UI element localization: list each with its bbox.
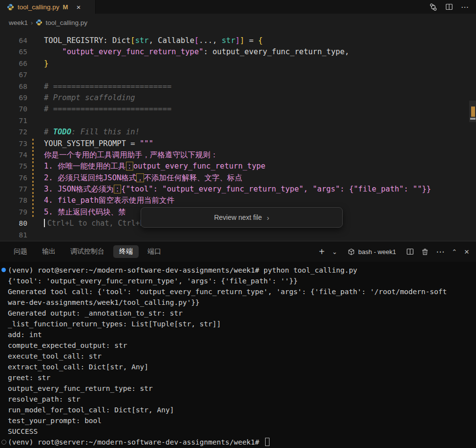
tab-ports[interactable]: 端口	[147, 247, 161, 256]
split-terminal-icon[interactable]	[406, 248, 414, 256]
code-text: "output_every_func_return_type": output_…	[44, 46, 476, 58]
code-token: 1. 你唯一能使用的工具	[44, 162, 126, 171]
tab-terminal[interactable]: 终端	[113, 245, 139, 258]
code-token: ：	[126, 162, 134, 171]
maximize-panel-icon[interactable]: ⌃	[452, 249, 457, 255]
code-line[interactable]: 71	[0, 115, 476, 127]
editor-actions: ⋯	[429, 0, 476, 14]
terminal-line[interactable]: _list_function_return_types: List[Tuple[…	[0, 319, 476, 329]
gutter	[27, 69, 44, 81]
terminal-text: test_your_prompt: bool	[8, 417, 102, 425]
git-modified-badge: M	[63, 3, 68, 11]
terminal-line[interactable]: execute_tool_call: str	[0, 351, 476, 362]
gutter-modified-marker	[27, 207, 44, 218]
code-line[interactable]: 66}	[0, 58, 476, 69]
tab-title: tool_calling.py	[18, 3, 60, 11]
code-line[interactable]: 762. 必须只返回纯JSON格式，不添加任何解释、文字、标点	[0, 172, 476, 184]
code-token: #	[44, 128, 53, 136]
terminal-profile-chevron-icon[interactable]: ⌄	[332, 249, 337, 255]
code-token: # ==========================	[44, 105, 171, 113]
terminal-actions: + ⌄ bash - week1	[319, 247, 469, 256]
code-text: 1. 你唯一能使用的工具：output_every_func_return_ty…	[44, 161, 476, 172]
close-tab-icon[interactable]: ×	[76, 3, 81, 11]
terminal-line[interactable]: (venv) root@server:~/modern-software-dev…	[0, 437, 476, 448]
terminal-output[interactable]: (venv) root@server:~/modern-software-dev…	[0, 262, 476, 448]
terminal-cursor	[265, 438, 269, 446]
code-text: 你是一个专用的工具调用助手，严格遵守以下规则：	[44, 149, 476, 161]
gutter	[27, 46, 44, 58]
code-text: }	[44, 58, 476, 69]
python-icon	[36, 19, 42, 26]
terminal-line[interactable]: compute_expected_output: str	[0, 340, 476, 351]
code-line[interactable]: 70# ==========================	[0, 104, 476, 115]
gutter	[27, 104, 44, 115]
code-text: # ==========================	[44, 104, 476, 115]
terminal-line[interactable]: Generated tool call: {'tool': 'output_ev…	[0, 286, 476, 297]
code-line[interactable]: 751. 你唯一能使用的工具：output_every_func_return_…	[0, 161, 476, 172]
code-token: 5. 禁止返回代码块、禁	[44, 208, 126, 216]
terminal-line[interactable]: add: int	[0, 329, 476, 340]
terminal-line[interactable]: run_model_for_tool_call: Dict[str, Any]	[0, 405, 476, 415]
code-token: """	[140, 139, 153, 148]
code-text: # ==========================	[44, 81, 476, 92]
terminal-line[interactable]: {'tool': 'output_every_func_return_type'…	[0, 276, 476, 286]
code-token: ]	[235, 36, 240, 45]
code-token: "output_every_func_return_type"	[62, 47, 203, 56]
code-line[interactable]: 73YOUR_SYSTEM_PROMPT = """	[0, 138, 476, 149]
code-line[interactable]: 74你是一个专用的工具调用助手，严格遵守以下规则：	[0, 149, 476, 161]
tab-tool-calling-py[interactable]: tool_calling.py M ×	[0, 0, 96, 14]
terminal-text: compute_expected_output: str	[8, 341, 127, 349]
terminal-line[interactable]: SUCCESS	[0, 426, 476, 437]
terminal-text: Generated output: _annotation_to_str: st…	[8, 309, 183, 317]
terminal-text: SUCCESS	[8, 427, 38, 435]
terminal-line[interactable]: test_your_prompt: bool	[0, 415, 476, 426]
new-terminal-icon[interactable]: +	[319, 247, 325, 256]
tab-problems[interactable]: 问题	[14, 247, 27, 256]
open-changes-icon[interactable]	[429, 3, 437, 11]
code-line[interactable]: 68# ==========================	[0, 81, 476, 92]
kill-terminal-trash-icon[interactable]	[421, 248, 429, 256]
code-line[interactable]: 67	[0, 69, 476, 81]
panel-more-icon[interactable]: ⋯	[436, 248, 444, 256]
terminal-line[interactable]: resolve_path: str	[0, 394, 476, 405]
split-editor-icon[interactable]	[445, 3, 453, 11]
terminal-line[interactable]: (venv) root@server:~/modern-software-dev…	[0, 265, 476, 276]
breadcrumb-folder[interactable]: week1	[9, 19, 28, 26]
line-number: 74	[0, 149, 27, 161]
line-number: 73	[0, 138, 27, 149]
code-line[interactable]: 65 "output_every_func_return_type": outp…	[0, 46, 476, 58]
gutter-modified-marker	[27, 195, 44, 206]
terminal-text: (venv) root@server:~/modern-software-dev…	[8, 266, 357, 274]
gutter-modified-marker	[27, 138, 44, 149]
gutter	[27, 127, 44, 138]
code-line[interactable]: 69# Prompt scaffolding	[0, 92, 476, 104]
code-text	[44, 230, 476, 241]
breadcrumb-file[interactable]: tool_calling.py	[45, 19, 87, 26]
terminal-session-label: bash - week1	[358, 248, 396, 256]
more-actions-icon[interactable]: ⋯	[461, 2, 469, 12]
code-line[interactable]: 81	[0, 230, 476, 241]
terminal-line[interactable]: output_every_func_return_type: str	[0, 383, 476, 394]
code-token: ...,	[199, 36, 222, 45]
code-editor[interactable]: 64TOOL_REGISTRY: Dict[str, Callable[...,…	[0, 31, 476, 241]
line-number: 77	[0, 184, 27, 195]
code-line[interactable]: 72# TODO: Fill this in!	[0, 127, 476, 138]
review-next-file-button[interactable]: Review next file ›	[141, 207, 343, 228]
terminal-text: execute_tool_call: str	[8, 352, 102, 360]
terminal-text: {'tool': 'output_every_func_return_type'…	[8, 277, 298, 285]
terminal-session[interactable]: bash - week1	[348, 248, 396, 256]
code-line[interactable]: 773. JSON格式必须为：{"tool": "output_every_fu…	[0, 184, 476, 195]
tab-debug-console[interactable]: 调试控制台	[70, 247, 104, 256]
tab-output[interactable]: 输出	[42, 247, 56, 256]
gutter-modified-marker	[27, 184, 44, 195]
terminal-line[interactable]: extract_tool_call: Dict[str, Any]	[0, 362, 476, 372]
terminal-line[interactable]: Generated output: _annotation_to_str: st…	[0, 308, 476, 319]
terminal-line[interactable]: ware-dev-assignments/week1/tool_calling.…	[0, 297, 476, 308]
gutter	[27, 218, 44, 229]
code-token: }	[44, 59, 48, 68]
terminal-line[interactable]: greet: str	[0, 372, 476, 383]
code-token: ：	[114, 185, 122, 193]
code-line[interactable]: 784. file_path留空表示使用当前文件	[0, 195, 476, 206]
code-line[interactable]: 64TOOL_REGISTRY: Dict[str, Callable[...,…	[0, 35, 476, 46]
close-panel-icon[interactable]: ×	[464, 248, 469, 256]
